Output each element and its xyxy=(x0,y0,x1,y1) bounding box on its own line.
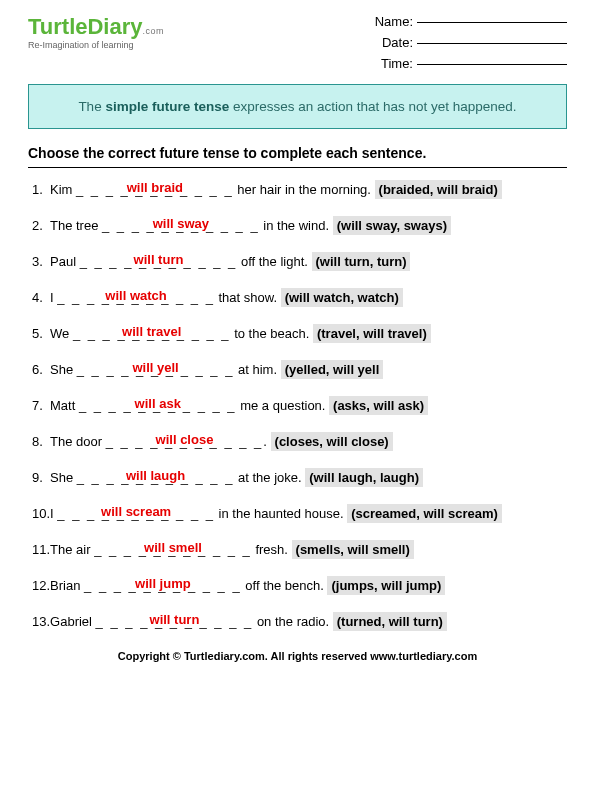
answer-blank[interactable]: _ _ _ _ _ _ _ _ _ _ _will sway xyxy=(102,218,260,233)
question-list: 1. Kim _ _ _ _ _ _ _ _ _ _ _will braid h… xyxy=(28,182,567,629)
question-post-text: . xyxy=(263,434,270,449)
answer-choices: (yelled, will yell xyxy=(281,360,384,379)
question-pre-text: Kim xyxy=(50,182,76,197)
answer-choices: (turned, will turn) xyxy=(333,612,447,631)
divider xyxy=(28,167,567,168)
question-post-text: on the radio. xyxy=(253,614,333,629)
question-row: 6. She _ _ _ _ _ _ _ _ _ _ _will yell at… xyxy=(28,362,567,377)
question-number: 8. xyxy=(32,434,50,449)
question-post-text: in the wind. xyxy=(260,218,333,233)
question-number: 5. xyxy=(32,326,50,341)
question-row: 9. She _ _ _ _ _ _ _ _ _ _ _will laugh a… xyxy=(28,470,567,485)
name-input-line[interactable] xyxy=(417,22,567,23)
answer-choices: (braided, will braid) xyxy=(375,180,502,199)
question-row: 2. The tree _ _ _ _ _ _ _ _ _ _ _will sw… xyxy=(28,218,567,233)
question-post-text: fresh. xyxy=(252,542,292,557)
time-label: Time: xyxy=(381,56,413,71)
question-pre-text: The air xyxy=(50,542,94,557)
answer-blank[interactable]: _ _ _ _ _ _ _ _ _ _ _will braid xyxy=(76,182,234,197)
answer-choices: (asks, will ask) xyxy=(329,396,428,415)
footer: Copyright © Turtlediary.com. All rights … xyxy=(28,650,567,670)
logo-tagline: Re-Imagination of learning xyxy=(28,40,164,50)
question-post-text: at him. xyxy=(234,362,280,377)
answer-choices: (will watch, watch) xyxy=(281,288,403,307)
answer-blank[interactable]: _ _ _ _ _ _ _ _ _ _ _will smell xyxy=(94,542,252,557)
question-pre-text: She xyxy=(50,470,77,485)
answer-blank[interactable]: _ _ _ _ _ _ _ _ _ _ _will laugh xyxy=(77,470,235,485)
time-input-line[interactable] xyxy=(417,64,567,65)
answer-blank[interactable]: _ _ _ _ _ _ _ _ _ _ _will jump xyxy=(84,578,242,593)
answer-blank[interactable]: _ _ _ _ _ _ _ _ _ _ _will scream xyxy=(57,506,215,521)
question-number: 12. xyxy=(32,578,50,593)
answer-text: will ask xyxy=(79,396,237,411)
answer-text: will turn xyxy=(80,252,238,267)
answer-text: will laugh xyxy=(77,468,235,483)
question-pre-text: We xyxy=(50,326,73,341)
answer-choices: (will turn, turn) xyxy=(312,252,411,271)
info-pre: The xyxy=(78,99,105,114)
answer-blank[interactable]: _ _ _ _ _ _ _ _ _ _ _will turn xyxy=(96,614,254,629)
answer-blank[interactable]: _ _ _ _ _ _ _ _ _ _ _will watch xyxy=(57,290,215,305)
question-post-text: me a question. xyxy=(237,398,330,413)
question-number: 2. xyxy=(32,218,50,233)
answer-choices: (will laugh, laugh) xyxy=(305,468,423,487)
question-number: 1. xyxy=(32,182,50,197)
question-number: 10. xyxy=(32,506,50,521)
question-row: 1. Kim _ _ _ _ _ _ _ _ _ _ _will braid h… xyxy=(28,182,567,197)
meta-block: Name: Date: Time: xyxy=(375,12,567,74)
logo: TurtleDiary.com Re-Imagination of learni… xyxy=(28,12,164,50)
answer-text: will smell xyxy=(94,540,252,555)
header: TurtleDiary.com Re-Imagination of learni… xyxy=(28,12,567,74)
question-pre-text: Matt xyxy=(50,398,79,413)
question-post-text: that show. xyxy=(215,290,281,305)
question-row: 8. The door _ _ _ _ _ _ _ _ _ _ _will cl… xyxy=(28,434,567,449)
answer-text: will watch xyxy=(57,288,215,303)
question-pre-text: Paul xyxy=(50,254,80,269)
question-number: 4. xyxy=(32,290,50,305)
instruction: Choose the correct future tense to compl… xyxy=(28,145,567,161)
answer-choices: (screamed, will scream) xyxy=(347,504,502,523)
question-number: 6. xyxy=(32,362,50,377)
answer-blank[interactable]: _ _ _ _ _ _ _ _ _ _ _will turn xyxy=(80,254,238,269)
question-pre-text: The tree xyxy=(50,218,102,233)
answer-text: will braid xyxy=(76,180,234,195)
info-post: expresses an action that has not yet hap… xyxy=(229,99,516,114)
question-post-text: her hair in the morning. xyxy=(234,182,375,197)
answer-choices: (jumps, will jump) xyxy=(327,576,445,595)
answer-blank[interactable]: _ _ _ _ _ _ _ _ _ _ _will travel xyxy=(73,326,231,341)
question-row: 11. The air _ _ _ _ _ _ _ _ _ _ _will sm… xyxy=(28,542,567,557)
answer-blank[interactable]: _ _ _ _ _ _ _ _ _ _ _will yell xyxy=(77,362,235,377)
logo-text: TurtleDiary xyxy=(28,16,143,38)
question-number: 3. xyxy=(32,254,50,269)
question-pre-text: Brian xyxy=(50,578,84,593)
question-row: 10. I _ _ _ _ _ _ _ _ _ _ _will scream i… xyxy=(28,506,567,521)
question-row: 3. Paul _ _ _ _ _ _ _ _ _ _ _will turn o… xyxy=(28,254,567,269)
question-row: 13. Gabriel _ _ _ _ _ _ _ _ _ _ _will tu… xyxy=(28,614,567,629)
question-pre-text: The door xyxy=(50,434,106,449)
question-number: 13. xyxy=(32,614,50,629)
answer-blank[interactable]: _ _ _ _ _ _ _ _ _ _ _will ask xyxy=(79,398,237,413)
date-input-line[interactable] xyxy=(417,43,567,44)
worksheet-page: TurtleDiary.com Re-Imagination of learni… xyxy=(0,0,595,670)
name-label: Name: xyxy=(375,14,413,29)
answer-choices: (smells, will smell) xyxy=(292,540,414,559)
question-post-text: off the bench. xyxy=(242,578,328,593)
answer-text: will close xyxy=(106,432,264,447)
question-row: 7. Matt _ _ _ _ _ _ _ _ _ _ _will ask me… xyxy=(28,398,567,413)
logo-ext: .com xyxy=(143,26,165,36)
info-bold: simple future tense xyxy=(105,99,229,114)
question-pre-text: Gabriel xyxy=(50,614,96,629)
question-post-text: to the beach. xyxy=(231,326,313,341)
answer-blank[interactable]: _ _ _ _ _ _ _ _ _ _ _will close xyxy=(106,434,264,449)
question-row: 12. Brian _ _ _ _ _ _ _ _ _ _ _will jump… xyxy=(28,578,567,593)
question-number: 11. xyxy=(32,542,50,557)
info-box: The simple future tense expresses an act… xyxy=(28,84,567,129)
answer-text: will yell xyxy=(77,360,235,375)
question-post-text: at the joke. xyxy=(234,470,305,485)
answer-choices: (travel, will travel) xyxy=(313,324,431,343)
question-number: 7. xyxy=(32,398,50,413)
question-number: 9. xyxy=(32,470,50,485)
date-label: Date: xyxy=(382,35,413,50)
answer-text: will scream xyxy=(57,504,215,519)
question-row: 5. We _ _ _ _ _ _ _ _ _ _ _will travel t… xyxy=(28,326,567,341)
